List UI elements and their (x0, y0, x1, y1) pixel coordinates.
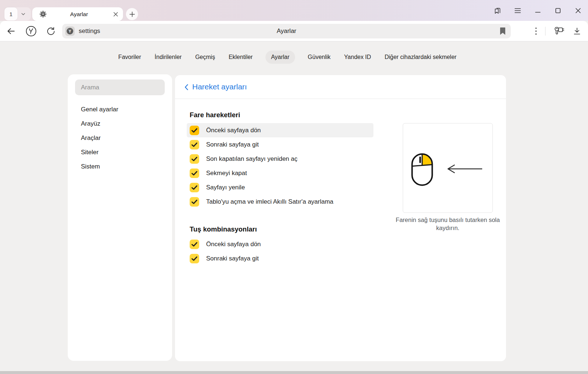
setting-label: Son kapatılan sayfayı yeniden aç (206, 155, 298, 163)
checkbox-checked-icon[interactable] (190, 154, 199, 164)
search-box[interactable] (75, 79, 165, 95)
panel-header[interactable]: Hareket ayarları (175, 75, 506, 99)
download-icon[interactable] (573, 27, 581, 36)
close-window-icon[interactable] (574, 7, 582, 15)
nav-tab-eklentiler[interactable]: Eklentiler (228, 51, 253, 64)
panel-title[interactable]: Hareket ayarları (192, 82, 247, 91)
page-title: Ayarlar (62, 27, 511, 35)
checkbox-checked-icon[interactable] (190, 140, 199, 149)
setting-label: Sonraki sayfaya git (206, 141, 259, 148)
section-heading-fare: Fare hareketleri (190, 111, 240, 119)
chevron-down-icon[interactable] (21, 11, 26, 17)
sidebar-item-siteler[interactable]: Siteler (68, 145, 172, 159)
nav-tab-guvenlik[interactable]: Güvenlik (307, 51, 331, 64)
nav-tab-favoriler[interactable]: Favoriler (118, 51, 142, 64)
setting-label: Sayfayı yenile (206, 184, 245, 191)
sidebar-item-genel-ayarlar[interactable]: Genel ayarlar (68, 102, 172, 116)
checkbox-checked-icon[interactable] (190, 240, 199, 249)
checkbox-checked-icon[interactable] (190, 126, 199, 135)
address-url[interactable]: settings (79, 27, 100, 35)
chevron-left-icon[interactable] (184, 84, 189, 90)
back-icon[interactable] (5, 25, 17, 37)
maximize-icon[interactable] (554, 7, 562, 15)
toolbar-divider (545, 27, 546, 36)
address-bar[interactable]: Y settings Ayarlar (62, 24, 511, 38)
tab-counter-group[interactable]: 1 (4, 7, 31, 21)
mouse-gestures-list: Önceki sayfaya dön Sonraki sayfaya git S… (187, 123, 373, 209)
setting-row[interactable]: Son kapatılan sayfayı yeniden aç (187, 152, 373, 166)
setting-row[interactable]: Sonraki sayfaya git (187, 251, 373, 266)
bookmark-icon[interactable] (499, 27, 506, 36)
extensions-icon[interactable] (554, 26, 565, 36)
setting-label: Önceki sayfaya dön (206, 241, 261, 248)
setting-row[interactable]: Sayfayı yenile (187, 180, 373, 195)
new-tab-button[interactable] (126, 8, 138, 20)
sidebar-item-araclar[interactable]: Araçlar (68, 131, 172, 145)
search-input[interactable] (75, 79, 165, 95)
gesture-illustration (403, 123, 493, 213)
key-combos-list: Önceki sayfaya dön Sonraki sayfaya git (187, 237, 373, 266)
titlebar: 1 (0, 0, 588, 21)
mouse-icon (411, 153, 433, 186)
browser-tab-ayarlar[interactable]: Ayarlar (32, 7, 123, 21)
minimize-icon[interactable] (534, 7, 542, 15)
toolbar: Y settings Ayarlar (0, 21, 588, 41)
kebab-menu-icon[interactable] (535, 27, 537, 36)
setting-label: Sekmeyi kapat (206, 170, 247, 177)
nav-tab-indirilenler[interactable]: İndirilenler (154, 51, 182, 64)
checkbox-checked-icon[interactable] (190, 169, 199, 178)
reload-icon[interactable] (45, 25, 57, 37)
page-favicon: Y (65, 26, 75, 36)
setting-label: Sonraki sayfaya git (206, 255, 259, 262)
yandex-y-icon: Y (67, 28, 73, 34)
setting-row[interactable]: Önceki sayfaya dön (187, 237, 373, 251)
setting-label: Tablo'yu açma ve imleci Akıllı Satır'a a… (206, 198, 334, 205)
section-heading-tus: Tuş kombinasyonları (190, 225, 257, 233)
close-tab-icon[interactable] (113, 12, 118, 17)
checkbox-checked-icon[interactable] (190, 197, 199, 207)
settings-main-panel: Hareket ayarları Fare hareketleri Önceki… (175, 75, 506, 361)
gear-icon (40, 11, 46, 18)
nav-tab-ayarlar[interactable]: Ayarlar (265, 51, 295, 64)
tab-counter-button[interactable]: 1 (4, 7, 18, 21)
setting-row[interactable]: Tablo'yu açma ve imleci Akıllı Satır'a a… (187, 195, 373, 209)
illustration-caption: Farenin sağ tuşunu basılı tutarken sola … (387, 216, 508, 232)
yandex-y-icon[interactable] (25, 25, 37, 37)
setting-row[interactable]: Sekmeyi kapat (187, 166, 373, 180)
sidebar-item-sistem[interactable]: Sistem (68, 159, 172, 174)
checkbox-checked-icon[interactable] (190, 254, 199, 263)
setting-row[interactable]: Önceki sayfaya dön (187, 123, 373, 137)
settings-sidebar: Genel ayarlar Arayüz Araçlar Siteler Sis… (68, 74, 172, 361)
arrow-left-icon (446, 164, 484, 174)
window-bottom-edge (0, 371, 588, 374)
checkbox-checked-icon[interactable] (190, 183, 199, 192)
sidebar-list: Genel ayarlar Arayüz Araçlar Siteler Sis… (68, 102, 172, 174)
nav-tab-yandex-id[interactable]: Yandex ID (343, 51, 372, 64)
nav-tab-diger-cihazlar[interactable]: Diğer cihazlardaki sekmeler (384, 51, 457, 64)
setting-label: Önceki sayfaya dön (206, 127, 261, 134)
sidebar-item-arayuz[interactable]: Arayüz (68, 116, 172, 131)
tab-title: Ayarlar (46, 11, 113, 18)
bookmarks-panel-icon[interactable] (494, 7, 502, 15)
settings-nav-tabs: Favoriler İndirilenler Geçmiş Eklentiler… (0, 49, 581, 66)
menu-icon[interactable] (514, 7, 522, 15)
nav-tab-gecmis[interactable]: Geçmiş (194, 51, 216, 64)
setting-row[interactable]: Sonraki sayfaya git (187, 137, 373, 152)
